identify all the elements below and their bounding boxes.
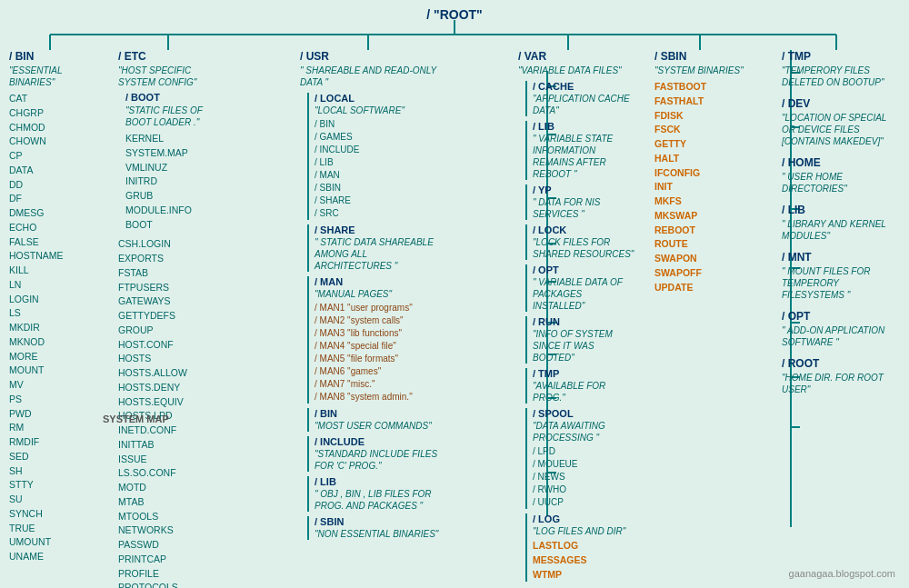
system-map-text: SYSTEM MAP bbox=[103, 414, 169, 424]
right-home-title: / HOME bbox=[782, 156, 900, 169]
var-cache-section: / CACHE "APPLICATION CACHE DATA" bbox=[525, 81, 636, 116]
usr-lib-desc: " OBJ , BIN , LIB FILES FOR PROG. AND PA… bbox=[315, 488, 445, 512]
etc-desc: "HOST SPECIFIC SYSTEM CONFIG" bbox=[118, 65, 227, 88]
right-mnt-section: / MNT " MOUNT FILES FOR TEMPERORY FILESY… bbox=[782, 251, 900, 301]
right-root-section: / ROOT "HOME DIR. FOR ROOT USER" bbox=[782, 357, 900, 395]
usr-local-man: / MAN bbox=[315, 169, 445, 182]
page-layout: / "ROOT" / BIN "ESSENTIAL BINARIES" CAT … bbox=[0, 0, 909, 588]
boot-title: / BOOT bbox=[125, 92, 227, 103]
var-yp-desc: " DATA FOR NIS SERVICES " bbox=[533, 196, 636, 220]
var-spool-uucp: / UUCP bbox=[533, 496, 636, 509]
usr-share-section: / SHARE " STATIC DATA SHAREABLE AMONG AL… bbox=[307, 224, 445, 272]
var-cache-title: / CACHE bbox=[533, 81, 636, 92]
usr-bin-section: / BIN "MOST USER COMMANDS" bbox=[307, 408, 445, 432]
usr-column: / USR " SHAREABLE AND READ-ONLY DATA " /… bbox=[300, 50, 445, 542]
etc-title: / ETC bbox=[118, 50, 227, 63]
right-lib-title: / LIB bbox=[782, 204, 900, 216]
etc-group: GROUP bbox=[118, 324, 227, 338]
etc-ftpusers: FTPUSERS bbox=[118, 281, 227, 295]
etc-hostsequiv: HOSTS.EQUIV bbox=[118, 395, 227, 410]
etc-hostsallow: HOSTS.ALLOW bbox=[118, 366, 227, 381]
usr-local-bin: / BIN bbox=[315, 118, 445, 131]
bin-file-ln: LN bbox=[9, 278, 105, 293]
bin-file-cat: CAT bbox=[9, 92, 105, 106]
etc-column: / ETC "HOST SPECIFIC SYSTEM CONFIG" / BO… bbox=[118, 50, 227, 588]
var-spool-section: / SPOOL "DATA AWAITING PROCESSING " / LP… bbox=[525, 408, 636, 509]
usr-man-title: / MAN bbox=[315, 276, 445, 287]
sbin-reboot: REBOOT bbox=[654, 224, 754, 238]
bin-file-data: DATA bbox=[9, 164, 105, 178]
bin-file-mknod: MKNOD bbox=[9, 335, 105, 350]
right-root-desc: "HOME DIR. FOR ROOT USER" bbox=[782, 372, 900, 395]
bin-file-su: SU bbox=[9, 493, 105, 507]
var-run-title: / RUN bbox=[533, 316, 636, 327]
bin-file-mount: MOUNT bbox=[9, 364, 105, 378]
var-log-desc: "LOG FILES AND DIR" bbox=[533, 525, 636, 537]
var-log-messages: MESSAGES bbox=[533, 553, 636, 568]
bin-file-df: DF bbox=[9, 192, 105, 206]
var-lock-title: / LOCK bbox=[533, 224, 636, 235]
usr-bin-desc: "MOST USER COMMANDS" bbox=[315, 420, 445, 432]
var-tmp-desc: "AVAILABLE FOR PROG." bbox=[533, 380, 636, 404]
root-label: / "ROOT" bbox=[426, 7, 483, 22]
sbin-getty: GETTY bbox=[654, 137, 754, 152]
bin-file-kill: KILL bbox=[9, 264, 105, 278]
boot-kernel: KERNEL bbox=[125, 132, 227, 146]
etc-issue: ISSUE bbox=[118, 453, 227, 467]
right-dev-section: / DEV "LOCATION OF SPECIAL OR DEVICE FIL… bbox=[782, 97, 900, 147]
right-tmp-title: / TMP bbox=[782, 50, 900, 63]
var-desc: "VARIABLE DATA FILES" bbox=[518, 65, 636, 76]
bin-file-login: LOGIN bbox=[9, 293, 105, 307]
etc-mtools: MTOOLS bbox=[118, 510, 227, 524]
bin-files: CAT CHGRP CHMOD CHOWN CP DATA DD DF DMES… bbox=[9, 92, 105, 564]
usr-local-lib: / LIB bbox=[315, 156, 445, 169]
sbin-fasthalt: FASTHALT bbox=[654, 95, 754, 109]
usr-desc: " SHAREABLE AND READ-ONLY DATA " bbox=[300, 65, 445, 88]
bin-file-synch: SYNCH bbox=[9, 507, 105, 522]
var-lock-desc: "LOCK FILES FOR SHARED RESOURCES" bbox=[533, 236, 636, 260]
etc-motd: MOTD bbox=[118, 481, 227, 495]
var-log-lastlog: LASTLOG bbox=[533, 539, 636, 553]
watermark-text: gaanagaa.blogspot.com bbox=[789, 568, 895, 579]
watermark: gaanagaa.blogspot.com bbox=[789, 568, 895, 579]
etc-exports: EXPORTS bbox=[118, 252, 227, 266]
var-opt-title: / OPT bbox=[533, 264, 636, 275]
usr-lib-title: / LIB bbox=[315, 476, 445, 487]
usr-local-src: / SRC bbox=[315, 207, 445, 220]
sbin-swapon: SWAPON bbox=[654, 252, 754, 266]
right-dev-desc: "LOCATION OF SPECIAL OR DEVICE FILES [CO… bbox=[782, 112, 900, 147]
usr-include-section: / INCLUDE "STANDARD INCLUDE FILES FOR 'C… bbox=[307, 436, 445, 472]
var-column: / VAR "VARIABLE DATA FILES" / CACHE "APP… bbox=[518, 50, 636, 582]
bin-file-rm: RM bbox=[9, 421, 105, 435]
bin-file-echo: ECHO bbox=[9, 221, 105, 235]
var-run-section: / RUN "INFO OF SYSTEM SINCE IT WAS BOOTE… bbox=[525, 316, 636, 364]
etc-protocols: PROTOCOLS bbox=[118, 581, 227, 588]
right-lib-section: / LIB " LIBRARY AND KERNEL MODULES" bbox=[782, 204, 900, 242]
usr-man6: / MAN6 "games" bbox=[315, 365, 445, 378]
bin-file-dd: DD bbox=[9, 178, 105, 193]
right-root-title: / ROOT bbox=[782, 357, 900, 370]
boot-sysmap: SYSTEM.MAP bbox=[125, 146, 227, 161]
etc-fstab: FSTAB bbox=[118, 266, 227, 281]
etc-hostconf: HOST.CONF bbox=[118, 338, 227, 353]
usr-local-sbin: / SBIN bbox=[315, 182, 445, 194]
bin-file-rmdif: RMDIF bbox=[9, 435, 105, 450]
etc-printcap: PRINTCAP bbox=[118, 553, 227, 567]
bin-file-uname: UNAME bbox=[9, 550, 105, 564]
usr-man3: / MAN3 "lib functions" bbox=[315, 327, 445, 340]
usr-man4: / MAN4 "special file" bbox=[315, 340, 445, 353]
etc-hostsdeny: HOSTS.DENY bbox=[118, 381, 227, 395]
var-log-wtmp: WTMP bbox=[533, 568, 636, 583]
usr-man-desc: "MANUAL PAGES" bbox=[315, 288, 445, 300]
var-title: / VAR bbox=[518, 50, 636, 63]
sbin-init: INIT bbox=[654, 180, 754, 194]
right-mnt-desc: " MOUNT FILES FOR TEMPERORY FILESYSTEMS … bbox=[782, 265, 900, 301]
right-tmp-section: / TMP "TEMPERORY FILES DELETED ON BOOTUP… bbox=[782, 50, 900, 88]
etc-inittab: INITTAB bbox=[118, 438, 227, 453]
var-spool-moueue: / MOUEUE bbox=[533, 458, 636, 471]
usr-man7: / MAN7 "misc." bbox=[315, 378, 445, 391]
usr-local-desc: "LOCAL SOFTWARE" bbox=[315, 105, 445, 116]
bin-file-sh: SH bbox=[9, 464, 105, 479]
usr-bin-title: / BIN bbox=[315, 408, 445, 419]
bin-file-dmesg: DMESG bbox=[9, 206, 105, 221]
